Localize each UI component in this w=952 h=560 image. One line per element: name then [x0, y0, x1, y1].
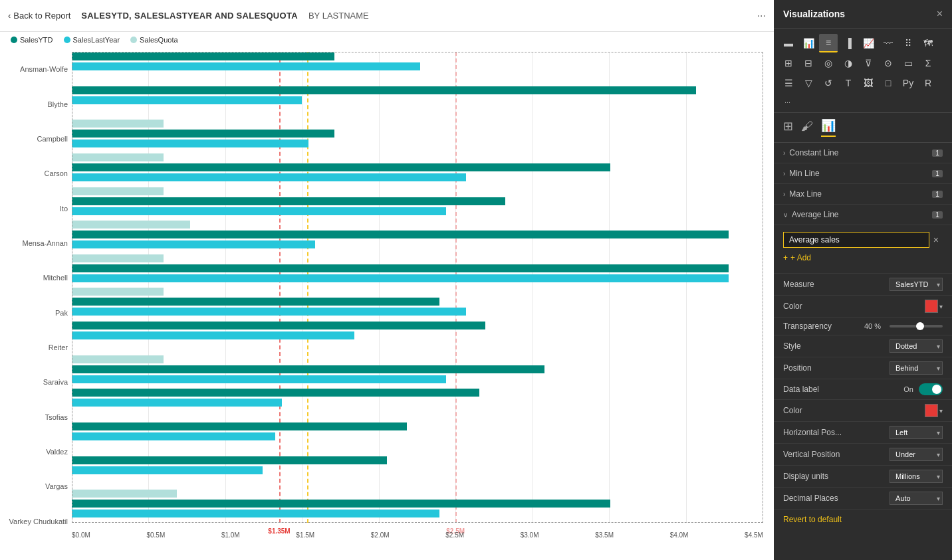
bar-group[interactable] [72, 119, 763, 153]
average-line-name-input[interactable] [783, 232, 929, 248]
color-picker-1[interactable]: ▾ [925, 300, 943, 313]
bar-quota[interactable] [72, 355, 164, 363]
panel-close-button[interactable]: × [937, 8, 943, 20]
bar-lastyear[interactable] [72, 308, 466, 316]
measure-dropdown[interactable]: SalesYTD [890, 278, 943, 291]
bar-quota[interactable] [72, 490, 177, 498]
color-arrow-2[interactable]: ▾ [939, 407, 943, 415]
average-line-section[interactable]: ∨ Average Line 1 [774, 205, 952, 225]
bar-lastyear[interactable] [72, 207, 446, 215]
bar-ytd[interactable] [72, 456, 387, 464]
bar-ytd[interactable] [72, 163, 610, 171]
viz-icon-shape[interactable]: □ [879, 74, 897, 92]
bar-group[interactable] [72, 254, 763, 288]
color-picker-2[interactable]: ▾ [925, 404, 943, 417]
viz-icon-image[interactable]: 🖼 [859, 74, 878, 92]
decimal-places-dropdown[interactable]: Auto [890, 492, 943, 505]
bar-lastyear[interactable] [72, 331, 354, 339]
viz-icon-area-chart[interactable]: 〰 [879, 34, 897, 52]
bar-ytd[interactable] [72, 231, 729, 238]
viz-icon-matrix[interactable]: ⊟ [799, 54, 818, 72]
viz-icon-line-chart[interactable]: 📈 [859, 34, 878, 52]
slider-thumb[interactable] [916, 322, 924, 330]
horizontal-pos-dropdown[interactable]: Left [890, 426, 943, 439]
viz-icon-funnel[interactable]: ⊽ [859, 54, 878, 72]
tab-fields[interactable]: ⊞ [783, 119, 793, 136]
bar-quota[interactable] [72, 221, 190, 229]
viz-icon-python[interactable]: Py [899, 74, 917, 92]
bar-group[interactable] [72, 489, 763, 523]
bar-lastyear[interactable] [72, 62, 420, 70]
bar-quota[interactable] [72, 153, 164, 161]
bar-group[interactable] [72, 456, 763, 490]
bar-group[interactable] [72, 153, 763, 187]
bar-group[interactable] [72, 52, 763, 86]
viz-icon-gauge[interactable]: ⊙ [879, 54, 897, 72]
add-button[interactable]: + + Add [783, 253, 943, 262]
bar-lastyear[interactable] [72, 510, 439, 517]
bar-group[interactable] [72, 422, 763, 456]
bar-ytd[interactable] [72, 322, 485, 329]
min-line-section[interactable]: › Min Line 1 [774, 163, 952, 184]
max-line-section[interactable]: › Max Line 1 [774, 184, 952, 205]
bar-lastyear[interactable] [72, 140, 308, 147]
position-dropdown[interactable]: Behind [890, 361, 943, 375]
color-swatch-2[interactable] [925, 404, 938, 417]
color-arrow-1[interactable]: ▾ [939, 303, 943, 310]
viz-icon-pie[interactable]: ◑ [839, 54, 858, 72]
viz-icon-kpi[interactable]: Σ [919, 54, 937, 72]
tab-format[interactable]: 🖌 [801, 120, 813, 136]
bar-lastyear[interactable] [72, 399, 282, 407]
transparency-slider[interactable] [890, 325, 943, 327]
bar-group[interactable] [72, 187, 763, 221]
bar-group[interactable] [72, 86, 763, 120]
viz-icon-map[interactable]: 🗺 [919, 34, 937, 52]
style-dropdown[interactable]: Dotted [890, 339, 943, 353]
bar-ytd[interactable] [72, 197, 505, 205]
bar-group[interactable] [72, 388, 763, 422]
bar-quota[interactable] [72, 288, 164, 296]
bar-ytd[interactable] [72, 389, 479, 397]
viz-icon-r[interactable]: R [919, 74, 937, 92]
bar-lastyear[interactable] [72, 96, 302, 104]
data-label-toggle[interactable] [919, 383, 943, 395]
constant-line-section[interactable]: › Constant Line 1 [774, 143, 952, 163]
bar-ytd[interactable] [72, 298, 439, 306]
viz-icon-table[interactable]: ⊞ [779, 54, 798, 72]
bar-ytd[interactable] [72, 500, 610, 508]
bar-group[interactable] [72, 220, 763, 254]
bar-group[interactable] [72, 287, 763, 321]
back-to-report-button[interactable]: ‹ Back to Report [8, 11, 70, 21]
viz-icon-scatter[interactable]: ⠿ [899, 34, 917, 52]
viz-icon-text[interactable]: T [839, 74, 858, 92]
viz-icon-bar-chart[interactable]: 📊 [799, 34, 818, 52]
bar-ytd[interactable] [72, 365, 544, 373]
bar-lastyear[interactable] [72, 466, 263, 474]
color-swatch-1[interactable] [925, 300, 938, 313]
more-visuals[interactable]: ... [779, 94, 947, 107]
viz-icon-stacked-bar[interactable]: ▬ [779, 34, 798, 52]
bar-ytd[interactable] [72, 130, 334, 138]
bar-lastyear[interactable] [72, 432, 275, 440]
bar-group[interactable] [72, 355, 763, 389]
avg-clear-button[interactable]: × [929, 234, 943, 245]
viz-icon-filter[interactable]: ▽ [799, 74, 818, 92]
viz-icon-sync[interactable]: ↺ [819, 74, 838, 92]
display-units-dropdown[interactable]: Millions [890, 470, 943, 483]
revert-to-default-button[interactable]: Revert to default [774, 510, 952, 529]
viz-icon-grouped-bar[interactable]: ▐ [839, 34, 858, 52]
tab-analytics[interactable]: 📊 [821, 118, 836, 137]
bar-ytd[interactable] [72, 52, 334, 60]
vertical-position-dropdown[interactable]: Under [890, 448, 943, 461]
bar-ytd[interactable] [72, 264, 729, 272]
bar-quota[interactable] [72, 254, 164, 262]
bar-quota[interactable] [72, 120, 164, 128]
viz-icon-card[interactable]: ▭ [899, 54, 917, 72]
bar-group[interactable] [72, 321, 763, 355]
bar-lastyear[interactable] [72, 240, 315, 248]
bar-lastyear[interactable] [72, 173, 466, 181]
bar-lastyear[interactable] [72, 274, 729, 282]
bar-ytd[interactable] [72, 86, 696, 94]
bar-ytd[interactable] [72, 422, 407, 430]
viz-icon-horizontal-bar[interactable]: ≡ [819, 34, 838, 52]
